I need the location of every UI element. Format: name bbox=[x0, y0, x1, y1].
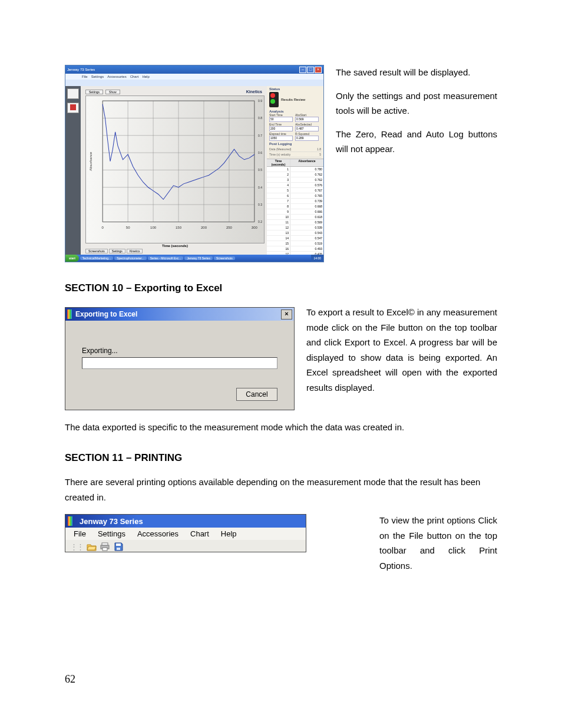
postlog-heading: Post Logging bbox=[267, 141, 323, 146]
col-absorbance: Absorbance bbox=[290, 159, 323, 166]
chart-settings-button[interactable]: Settings bbox=[85, 90, 103, 94]
menu-bar: File Settings Accessories Chart Help bbox=[65, 74, 323, 80]
svg-text:0.2: 0.2 bbox=[258, 220, 262, 223]
svg-text:0.4: 0.4 bbox=[258, 186, 262, 189]
postlog-row: Time (s) velocity5 bbox=[269, 152, 321, 157]
export-dialog: Exporting to Excel × Exporting... Cancel bbox=[65, 307, 295, 410]
section-10-heading: SECTION 10 – Exporting to Excel bbox=[65, 282, 497, 294]
taskbar-item[interactable]: Technical/Marketing... bbox=[80, 256, 113, 260]
menu-help[interactable]: Help bbox=[221, 529, 237, 538]
menu-file[interactable]: File bbox=[74, 529, 86, 538]
save-icon[interactable] bbox=[114, 542, 124, 552]
exporting-label: Exporting... bbox=[82, 347, 277, 355]
svg-text:0.8: 0.8 bbox=[258, 116, 262, 120]
table-row: 160.493 bbox=[267, 246, 323, 252]
postlog-row: Data (Measured)1.8 bbox=[269, 147, 321, 152]
table-row: 140.547 bbox=[267, 236, 323, 241]
menu-accessories[interactable]: Accessories bbox=[137, 529, 178, 538]
maximize-button[interactable]: □ bbox=[307, 67, 314, 73]
svg-text:Absorbance: Absorbance bbox=[89, 151, 92, 171]
taskbar-item[interactable]: Series - Microsoft Exc... bbox=[148, 256, 184, 260]
chart-show-button[interactable]: Show bbox=[105, 90, 120, 94]
svg-text:300: 300 bbox=[252, 226, 258, 229]
sidebar-photometrics-button[interactable] bbox=[67, 88, 79, 99]
body-text: The saved result will be displayed. bbox=[336, 65, 497, 80]
table-row: 110.569 bbox=[267, 220, 323, 225]
table-row: 40.576 bbox=[267, 183, 323, 188]
toolbar: ⋮⋮ bbox=[65, 540, 306, 552]
tab-settings[interactable]: Settings bbox=[109, 249, 125, 253]
x-axis-label: Time (seconds) bbox=[85, 243, 265, 248]
tab-screenshots[interactable]: Screenshots bbox=[85, 249, 108, 253]
table-row: 130.543 bbox=[267, 230, 323, 236]
body-text: Only the settings and post measurement t… bbox=[336, 88, 497, 118]
table-row: 120.539 bbox=[267, 225, 323, 230]
app-stripe-icon bbox=[67, 309, 72, 319]
print-icon[interactable] bbox=[100, 542, 110, 552]
status-heading: Status bbox=[267, 86, 323, 91]
col-time: Time (seconds) bbox=[267, 159, 290, 166]
menu-chart[interactable]: Chart bbox=[130, 75, 139, 78]
close-icon[interactable]: × bbox=[281, 309, 292, 319]
table-row: 60.765 bbox=[267, 193, 323, 199]
taskbar-item[interactable]: Spectrophotometer... bbox=[114, 256, 146, 260]
svg-text:0.6: 0.6 bbox=[258, 151, 262, 154]
kinetics-app-screenshot: Jenway 73 Series – □ × File Settings Acc… bbox=[65, 65, 324, 262]
svg-text:0: 0 bbox=[102, 226, 104, 229]
menu-settings[interactable]: Settings bbox=[91, 75, 104, 78]
section-11-desc: To view the print options Click on the F… bbox=[379, 513, 497, 573]
bottom-tabs: Screenshots Settings Kinetics bbox=[85, 248, 265, 253]
section-11-intro: There are several printing options avail… bbox=[65, 475, 497, 505]
mode-label: Kinetics bbox=[246, 90, 265, 94]
page-number: 62 bbox=[65, 673, 497, 686]
right-panel: Status Results Review Analysis Start Tim… bbox=[267, 86, 323, 255]
progress-bar bbox=[82, 357, 277, 369]
section-10-desc: To export a result to Excel© in any meas… bbox=[306, 305, 497, 410]
taskbar-item[interactable]: Screenshots bbox=[214, 256, 235, 260]
windows-taskbar: start Technical/Marketing...Spectrophoto… bbox=[65, 255, 323, 262]
param-cell: R-Squared0.289 bbox=[295, 132, 319, 141]
svg-rect-35 bbox=[116, 543, 121, 546]
svg-text:0.7: 0.7 bbox=[258, 134, 262, 137]
start-button[interactable]: start bbox=[65, 255, 79, 262]
sidebar-spectrum-button[interactable] bbox=[67, 103, 79, 113]
analysis-params: Start Time50AbsStart0.569End Time200AbsS… bbox=[267, 113, 323, 141]
minimize-button[interactable]: – bbox=[299, 67, 306, 73]
table-row: 30.762 bbox=[267, 177, 323, 183]
table-row: 90.666 bbox=[267, 209, 323, 215]
menu-bar: File Settings Accessories Chart Help bbox=[65, 528, 306, 540]
kinetics-chart: 0501001502002503000.20.30.40.50.60.70.80… bbox=[85, 95, 265, 243]
menu-chart[interactable]: Chart bbox=[190, 529, 209, 538]
app-stripe-icon bbox=[68, 516, 72, 526]
cancel-button[interactable]: Cancel bbox=[236, 388, 277, 401]
table-row: 100.618 bbox=[267, 215, 323, 220]
window-titlebar: Jenway 73 Series – □ × bbox=[65, 65, 323, 74]
svg-text:200: 200 bbox=[201, 226, 207, 229]
svg-text:150: 150 bbox=[176, 226, 182, 229]
svg-text:250: 250 bbox=[226, 226, 233, 229]
table-row: 50.767 bbox=[267, 188, 323, 193]
menu-help[interactable]: Help bbox=[142, 75, 149, 78]
close-button[interactable]: × bbox=[315, 67, 322, 73]
section-11-heading: SECTION 11 – PRINTING bbox=[65, 452, 497, 464]
tab-kinetics[interactable]: Kinetics bbox=[127, 249, 143, 253]
taskbar-item[interactable]: Jenway 73 Series bbox=[184, 256, 212, 260]
svg-rect-34 bbox=[103, 548, 107, 551]
svg-text:0.9: 0.9 bbox=[258, 99, 262, 103]
data-table: Time (seconds) Absorbance 10.78020.76230… bbox=[267, 159, 323, 255]
traffic-light-icon bbox=[269, 92, 279, 107]
table-row: 150.519 bbox=[267, 241, 323, 246]
menu-settings[interactable]: Settings bbox=[98, 529, 125, 538]
svg-rect-36 bbox=[117, 548, 120, 550]
menubar-screenshot: Jenway 73 Series File Settings Accessori… bbox=[65, 514, 306, 552]
table-row: 70.739 bbox=[267, 199, 323, 204]
open-icon[interactable] bbox=[87, 542, 97, 552]
left-sidebar bbox=[65, 86, 81, 255]
toolbar-grip-icon: ⋮⋮ bbox=[70, 542, 83, 551]
table-row: 80.668 bbox=[267, 204, 323, 209]
dialog-titlebar: Exporting to Excel × bbox=[65, 308, 294, 321]
menu-accessories[interactable]: Accessories bbox=[107, 75, 126, 78]
menu-file[interactable]: File bbox=[82, 75, 88, 78]
param-cell: Elapsed time1050 bbox=[269, 132, 293, 141]
window-title: Jenway 73 Series bbox=[80, 517, 143, 526]
